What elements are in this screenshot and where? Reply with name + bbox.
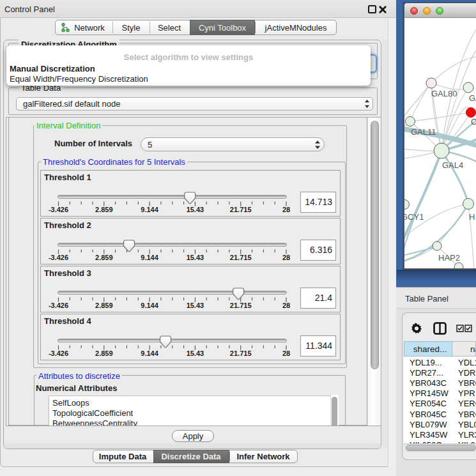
svg-text:GAL80: GAL80: [431, 89, 457, 98]
svg-text:GAL4: GAL4: [442, 160, 463, 170]
svg-text:H: H: [469, 212, 475, 222]
svg-text:GA: GA: [469, 93, 476, 103]
svg-text:GCY1: GCY1: [404, 212, 424, 222]
svg-text:HAP2: HAP2: [438, 253, 460, 263]
svg-text:C: C: [471, 117, 476, 127]
svg-text:GAL11: GAL11: [411, 127, 436, 137]
